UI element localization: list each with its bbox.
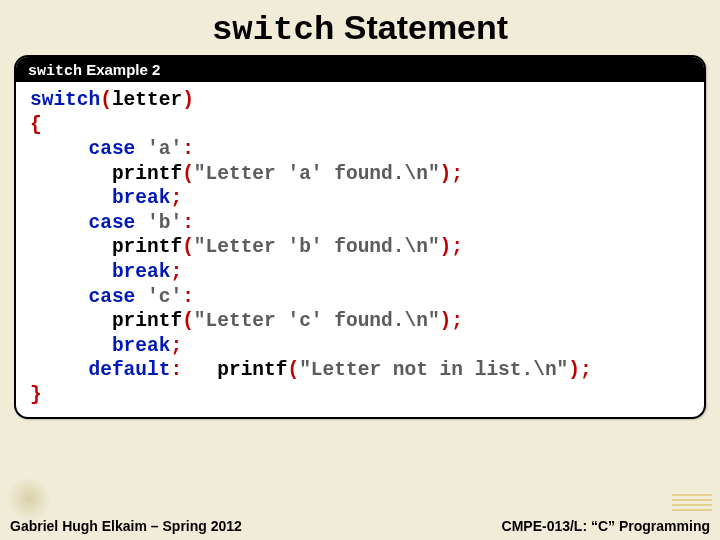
code-ident: printf <box>112 163 182 185</box>
code-lit: 'c' <box>147 286 182 308</box>
code-punct: : <box>182 286 194 308</box>
code-punct: ); <box>568 359 591 381</box>
code-punct: } <box>30 384 42 406</box>
slide: switch Statement switch Example 2 switch… <box>0 0 720 540</box>
code-punct: ; <box>170 335 182 357</box>
code-punct: ( <box>100 89 112 111</box>
decorative-seal <box>6 478 52 520</box>
code-ident: printf <box>112 310 182 332</box>
code-lit: 'b' <box>147 212 182 234</box>
code-kw: break <box>112 187 171 209</box>
code-kw: break <box>112 335 171 357</box>
code-kw: break <box>112 261 171 283</box>
code-kw: default <box>89 359 171 381</box>
code-lit: 'a' <box>147 138 182 160</box>
slide-footer: Gabriel Hugh Elkaim – Spring 2012 CMPE-0… <box>0 518 720 534</box>
example-label-rest: Example 2 <box>82 61 160 78</box>
example-header: switch Example 2 <box>16 57 704 82</box>
code-ident: printf <box>112 236 182 258</box>
code-str: "Letter 'c' found.\n" <box>194 310 440 332</box>
code-ident: printf <box>217 359 287 381</box>
code-kw: case <box>89 212 136 234</box>
slide-title: switch Statement <box>10 8 710 49</box>
code-str: "Letter 'b' found.\n" <box>194 236 440 258</box>
code-punct: ( <box>287 359 299 381</box>
code-punct: ( <box>182 163 194 185</box>
footer-right: CMPE-013/L: “C” Programming <box>502 518 710 534</box>
example-label-mono: switch <box>28 63 82 80</box>
code-punct: ) <box>182 89 194 111</box>
code-str: "Letter not in list.\n" <box>299 359 568 381</box>
code-punct: ; <box>170 261 182 283</box>
footer-left: Gabriel Hugh Elkaim – Spring 2012 <box>10 518 242 534</box>
example-box: switch Example 2 switch(letter) { case '… <box>14 55 706 419</box>
code-punct: ; <box>170 187 182 209</box>
title-mono: switch <box>212 11 334 49</box>
title-rest: Statement <box>334 8 508 46</box>
code-punct: ); <box>440 310 463 332</box>
code-area: switch(letter) { case 'a': printf("Lette… <box>16 82 704 417</box>
code-str: "Letter 'a' found.\n" <box>194 163 440 185</box>
code-punct: ( <box>182 236 194 258</box>
code-punct: ); <box>440 236 463 258</box>
code-punct: : <box>182 138 194 160</box>
code-punct: : <box>182 212 194 234</box>
code-punct: ( <box>182 310 194 332</box>
code-kw: case <box>89 286 136 308</box>
code-ident: letter <box>112 89 182 111</box>
code-kw: case <box>89 138 136 160</box>
code-kw: switch <box>30 89 100 111</box>
code-punct: { <box>30 114 42 136</box>
code-punct: : <box>170 359 182 381</box>
code-punct: ); <box>440 163 463 185</box>
